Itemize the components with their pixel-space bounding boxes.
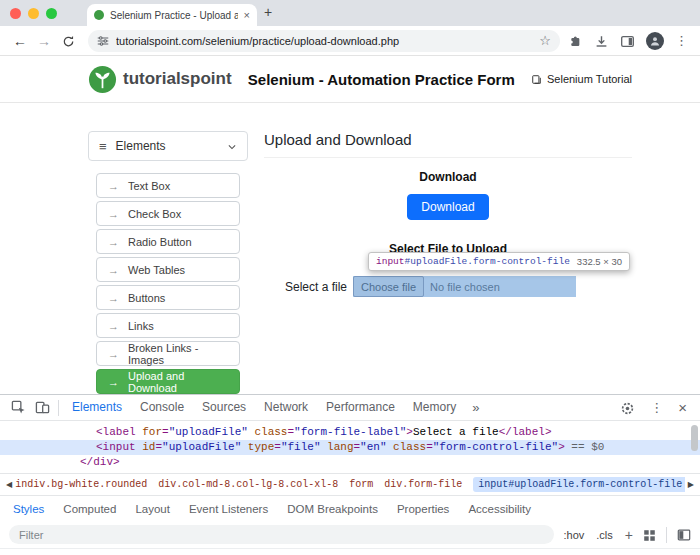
new-tab-button[interactable]: + — [257, 2, 279, 24]
toolbar-separator — [58, 400, 59, 416]
elements-sidebar: ≡ Elements →Text Box→Check Box→Radio But… — [88, 131, 248, 394]
devtools-breadcrumbs: ◀ indiv.bg-white.roundeddiv.col-md-8.col… — [0, 473, 700, 495]
pane-tab-styles[interactable]: Styles — [13, 503, 44, 515]
content-heading: Upload and Download — [264, 131, 632, 158]
breadcrumb-input-uploadfile-form-control-file[interactable]: input#uploadFile.form-control-file — [473, 477, 685, 492]
pane-tab-properties[interactable]: Properties — [397, 503, 449, 515]
crumb-list: indiv.bg-white.roundeddiv.col-md-8.col-l… — [15, 477, 685, 492]
forward-button[interactable]: → — [34, 33, 54, 49]
sidebar-item-check-box[interactable]: →Check Box — [96, 201, 240, 226]
arrow-icon: → — [108, 320, 119, 332]
devtools-scrollbar[interactable] — [691, 425, 698, 451]
filter-separator — [666, 527, 667, 543]
tab-close-icon[interactable]: × — [244, 9, 250, 21]
code-line[interactable]: <input id="uploadFile" type="file" lang=… — [0, 440, 700, 455]
breadcrumb-indiv-bg-white-rounded[interactable]: indiv.bg-white.rounded — [15, 479, 147, 490]
pane-tab-layout[interactable]: Layout — [135, 503, 170, 515]
style-toggle-cls[interactable]: .cls — [596, 529, 613, 541]
devtools-tab-console[interactable]: Console — [131, 395, 193, 420]
file-row: Select a file Choose file No file chosen — [285, 276, 576, 297]
crumbs-scroll-right-icon[interactable]: ▶ — [685, 480, 697, 489]
browser-toolbar: ← → tutorialspoint.com/selenium/practice… — [0, 26, 700, 56]
chevron-down-icon — [227, 139, 237, 153]
settings-gear-icon[interactable] — [620, 399, 635, 417]
devtools-tabs: ElementsConsoleSourcesNetworkPerformance… — [63, 395, 465, 420]
side-panel-icon[interactable] — [620, 32, 635, 50]
sidebar-item-label: Radio Button — [128, 236, 192, 248]
download-section-title: Download — [264, 170, 632, 184]
minimize-window-button[interactable] — [28, 8, 39, 19]
device-toolbar-icon[interactable] — [30, 400, 54, 415]
file-upload-input[interactable]: Choose file No file chosen — [353, 276, 576, 297]
file-input-label: Select a file — [285, 280, 347, 294]
page-title: Selenium - Automation Practice Form — [248, 71, 515, 88]
profile-avatar[interactable] — [646, 32, 664, 50]
sidebar-item-upload-and-download[interactable]: →Upload and Download — [96, 369, 240, 394]
inspect-tooltip: input#uploadFile.form-control-file 332.5… — [368, 252, 630, 271]
grid-overlay-icon[interactable] — [643, 526, 656, 544]
upload-section: Select File to Upload input#uploadFile.f… — [264, 242, 632, 326]
sidebar-item-broken-links-images[interactable]: →Broken Links - Images — [96, 341, 240, 366]
sidebar-item-buttons[interactable]: →Buttons — [96, 285, 240, 310]
site-header: tutorialspoint Selenium - Automation Pra… — [88, 56, 632, 102]
devtools-tab-memory[interactable]: Memory — [404, 395, 465, 420]
url-text: tutorialspoint.com/selenium/practice/upl… — [116, 35, 539, 47]
devtools-panel: ElementsConsoleSourcesNetworkPerformance… — [0, 394, 700, 555]
arrow-icon: → — [108, 292, 119, 304]
pane-tab-dom-breakpoints[interactable]: DOM Breakpoints — [287, 503, 378, 515]
hamburger-icon: ≡ — [99, 139, 107, 154]
dock-panel-icon[interactable] — [677, 526, 691, 544]
sidebar-header[interactable]: ≡ Elements — [88, 131, 248, 161]
bookmark-star-icon[interactable]: ☆ — [539, 33, 551, 48]
sidebar-item-label: Web Tables — [128, 264, 185, 276]
code-line[interactable]: </div> — [0, 455, 700, 470]
arrow-icon: → — [108, 236, 119, 248]
sidebar-item-radio-button[interactable]: →Radio Button — [96, 229, 240, 254]
site-logo[interactable]: tutorialspoint — [88, 65, 232, 94]
browser-menu-icon[interactable]: ⋮ — [675, 33, 688, 48]
breadcrumb-form[interactable]: form — [349, 479, 373, 490]
more-tabs-icon[interactable]: » — [465, 400, 486, 415]
sidebar-item-links[interactable]: →Links — [96, 313, 240, 338]
arrow-icon: → — [108, 264, 119, 276]
sidebar-item-web-tables[interactable]: →Web Tables — [96, 257, 240, 282]
reload-button[interactable] — [58, 33, 78, 49]
crumbs-scroll-left-icon[interactable]: ◀ — [3, 480, 15, 489]
address-bar[interactable]: tutorialspoint.com/selenium/practice/upl… — [88, 30, 560, 52]
tutorial-doc-icon — [531, 73, 542, 86]
sidebar-items: →Text Box→Check Box→Radio Button→Web Tab… — [88, 161, 248, 394]
devtools-toolbar: ElementsConsoleSourcesNetworkPerformance… — [0, 395, 700, 421]
style-toggle-[interactable]: + — [625, 527, 633, 543]
devtools-menu-icon[interactable]: ⋮ — [650, 400, 663, 415]
browser-tab[interactable]: Selenium Practice - Upload a × — [87, 4, 257, 26]
zoom-window-button[interactable] — [46, 8, 57, 19]
tab-favicon-icon — [94, 10, 104, 20]
sidebar-item-text-box[interactable]: →Text Box — [96, 173, 240, 198]
breadcrumb-div-form-file[interactable]: div.form-file — [384, 479, 462, 490]
elements-tree: <label for="uploadFile" class="form-file… — [0, 421, 700, 473]
sidebar-item-label: Check Box — [128, 208, 181, 220]
sidebar-item-label: Links — [128, 320, 154, 332]
styles-filter-input[interactable] — [9, 525, 554, 544]
back-button[interactable]: ← — [10, 33, 30, 49]
pane-tab-event-listeners[interactable]: Event Listeners — [189, 503, 268, 515]
breadcrumb-div-col-md-8-col-lg-8-col-xl-8[interactable]: div.col-md-8.col-lg-8.col-xl-8 — [158, 479, 338, 490]
inspect-element-icon[interactable] — [6, 400, 30, 415]
devtools-close-icon[interactable]: × — [678, 400, 687, 415]
code-line[interactable]: <label for="uploadFile" class="form-file… — [0, 425, 700, 440]
devtools-tab-elements[interactable]: Elements — [63, 395, 131, 420]
pane-tab-computed[interactable]: Computed — [63, 503, 116, 515]
site-settings-icon[interactable] — [97, 32, 109, 50]
devtools-tab-performance[interactable]: Performance — [317, 395, 404, 420]
main-content: Upload and Download Download Download Se… — [264, 131, 632, 394]
style-toggle-hov[interactable]: :hov — [564, 529, 585, 541]
download-button[interactable]: Download — [407, 194, 488, 220]
devtools-tab-sources[interactable]: Sources — [193, 395, 255, 420]
pane-tab-accessibility[interactable]: Accessibility — [468, 503, 531, 515]
downloads-icon[interactable] — [594, 32, 609, 50]
styles-pane-tabs: StylesComputedLayoutEvent ListenersDOM B… — [0, 495, 700, 521]
devtools-tab-network[interactable]: Network — [255, 395, 317, 420]
close-window-button[interactable] — [10, 8, 21, 19]
selenium-tutorial-link[interactable]: Selenium Tutorial — [531, 73, 632, 86]
extensions-icon[interactable] — [568, 32, 583, 50]
